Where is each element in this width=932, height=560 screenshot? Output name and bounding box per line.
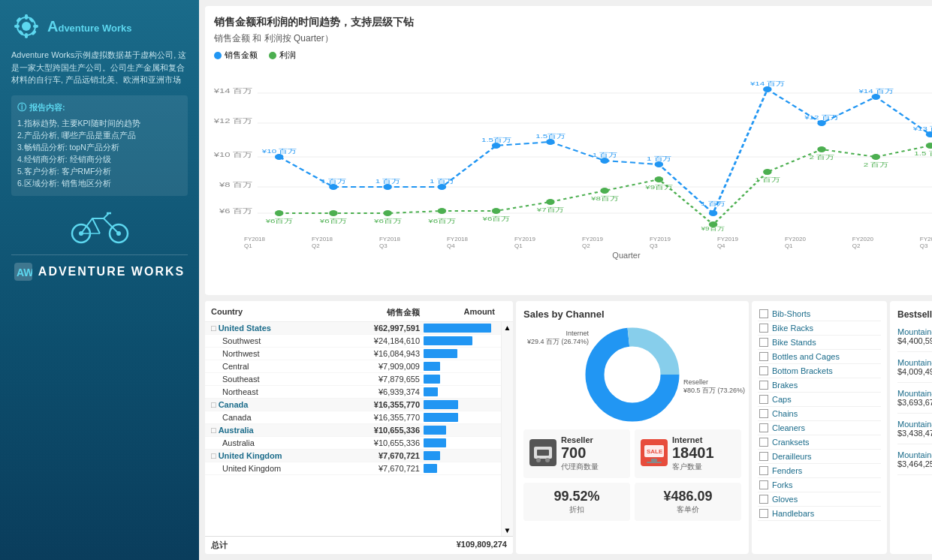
product-checkbox[interactable] bbox=[759, 509, 768, 518]
svg-rect-7 bbox=[31, 30, 37, 36]
product-list-item[interactable]: Derailleurs bbox=[758, 450, 881, 464]
table-row[interactable]: United Kingdom ¥7,670,721 bbox=[205, 462, 501, 475]
product-checkbox[interactable] bbox=[759, 352, 768, 361]
svg-text:¥10 百万: ¥10 百万 bbox=[214, 151, 252, 158]
bar bbox=[424, 324, 491, 333]
table-row[interactable]: □ United Kingdom ¥7,670,721 bbox=[205, 450, 501, 462]
product-checkbox[interactable] bbox=[759, 381, 768, 390]
svg-text:¥6百万: ¥6百万 bbox=[481, 215, 509, 222]
product-list-item[interactable]: Cleaners bbox=[758, 421, 881, 435]
x-axis-title: Quarter bbox=[214, 251, 932, 260]
bar bbox=[424, 375, 440, 384]
profit-dot bbox=[269, 52, 276, 59]
product-list-item[interactable]: Fenders bbox=[758, 464, 881, 478]
svg-text:¥12 百万: ¥12 百万 bbox=[214, 117, 252, 125]
bestsell-item[interactable]: Mountain-200 Silver, 42$3,438,479 bbox=[897, 420, 932, 444]
svg-point-69 bbox=[926, 143, 932, 149]
table-row[interactable]: Northeast ¥6,939,374 bbox=[205, 386, 501, 399]
svg-text:¥7百万: ¥7百万 bbox=[536, 206, 564, 213]
report-item: 6.区域分析: 销售地区分析 bbox=[17, 178, 182, 190]
svg-point-60 bbox=[438, 208, 447, 214]
region-sales: ¥6,939,374 bbox=[345, 387, 420, 396]
product-list-item[interactable]: Forks bbox=[758, 478, 881, 492]
product-list-item[interactable]: Bottles and Cages bbox=[758, 350, 881, 364]
product-list-item[interactable]: Cranksets bbox=[758, 435, 881, 450]
bestsell-item[interactable]: Mountain-200 Black, 42$4,009,495 bbox=[897, 358, 932, 383]
svg-point-36 bbox=[546, 139, 555, 145]
channel-title: Sales by Channel bbox=[523, 309, 741, 320]
svg-point-38 bbox=[655, 161, 664, 167]
product-name: Cranksets bbox=[772, 438, 810, 447]
table-row[interactable]: Australia ¥10,655,336 bbox=[205, 437, 501, 450]
bike-icon bbox=[70, 207, 130, 245]
chart-inner-title: 销售金额 和 利润按 Quarter） bbox=[214, 32, 932, 45]
table-row[interactable]: Canada ¥16,355,770 bbox=[205, 411, 501, 424]
table-row[interactable]: □ Australia ¥10,655,336 bbox=[205, 424, 501, 437]
table-scroll[interactable]: □ United States ¥62,997,591 Southwest ¥2… bbox=[205, 322, 501, 509]
product-checkbox[interactable] bbox=[759, 466, 768, 475]
scroll-up-button[interactable]: ▲ bbox=[502, 322, 513, 333]
table-row[interactable]: □ United States ¥62,997,591 bbox=[205, 322, 501, 335]
product-list-item[interactable]: Bottom Brackets bbox=[758, 364, 881, 378]
avg-order-card: ¥486.09 客单价 bbox=[635, 483, 741, 521]
product-list-item[interactable]: Bike Racks bbox=[758, 321, 881, 336]
svg-point-66 bbox=[763, 169, 772, 175]
product-list-item[interactable]: Chains bbox=[758, 407, 881, 421]
product-checkbox[interactable] bbox=[759, 395, 768, 404]
svg-text:2 百万: 2 百万 bbox=[864, 161, 888, 168]
scroll-down-button[interactable]: ▼ bbox=[502, 525, 513, 536]
product-list-item[interactable]: Bib-Shorts bbox=[758, 307, 881, 321]
discount-card: 99.52% 折扣 bbox=[523, 483, 630, 521]
table-row[interactable]: Northwest ¥16,084,943 bbox=[205, 348, 501, 360]
svg-point-57 bbox=[275, 210, 284, 216]
bar-cell bbox=[420, 400, 495, 409]
svg-point-85 bbox=[605, 347, 660, 402]
product-list-item[interactable]: Bike Stands bbox=[758, 336, 881, 350]
svg-text:¥10 百万: ¥10 百万 bbox=[261, 148, 297, 155]
chart-container: 1.5 百万 1.0 百万 0.5 百万 ¥14 百万 ¥12 百万 ¥10 百… bbox=[214, 67, 932, 232]
bestsell-product-name: Mountain-200 Black, 38 bbox=[897, 327, 932, 336]
svg-point-62 bbox=[546, 199, 555, 205]
product-checkbox[interactable] bbox=[759, 309, 768, 318]
scrollbar[interactable]: ▲ ▼ bbox=[501, 322, 513, 536]
bestsell-item[interactable]: Mountain-200 Silver, 46$3,464,25 bbox=[897, 450, 932, 475]
product-checkbox[interactable] bbox=[759, 409, 768, 418]
bestsell-panel: BestsellSales（TOP5） Mountain-200 Black, … bbox=[890, 301, 932, 554]
product-checkbox[interactable] bbox=[759, 480, 768, 489]
svg-text:¥6百万: ¥6百万 bbox=[373, 218, 401, 224]
product-checkbox[interactable] bbox=[759, 452, 768, 461]
svg-point-89 bbox=[536, 458, 541, 462]
region-name: Southwest bbox=[211, 336, 345, 345]
svg-text:¥9百万: ¥9百万 bbox=[644, 184, 672, 191]
bar-cell bbox=[420, 375, 495, 384]
product-name: Bottles and Cages bbox=[772, 352, 840, 361]
product-checkbox[interactable] bbox=[759, 324, 768, 333]
product-list-item[interactable]: Caps bbox=[758, 393, 881, 407]
product-checkbox[interactable] bbox=[759, 366, 768, 375]
report-item: 2.产品分析, 哪些产品是重点产品 bbox=[17, 130, 182, 142]
discount-desc: 折扣 bbox=[529, 504, 624, 515]
table-row[interactable]: Southeast ¥7,879,655 bbox=[205, 373, 501, 386]
table-row[interactable]: □ Canada ¥16,355,770 bbox=[205, 399, 501, 411]
svg-point-59 bbox=[383, 210, 392, 216]
product-list-item[interactable]: Brakes bbox=[758, 378, 881, 393]
svg-text:1.5 百万: 1.5 百万 bbox=[914, 150, 932, 157]
bestsell-item[interactable]: Mountain-200 Black, 38$4,400,593 bbox=[897, 327, 932, 352]
product-checkbox[interactable] bbox=[759, 338, 768, 347]
bestsell-item[interactable]: Mountain-200 Silver, 38$3,693,678 bbox=[897, 389, 932, 414]
product-list-item[interactable]: Gloves bbox=[758, 492, 881, 507]
product-name: Derailleurs bbox=[772, 452, 812, 461]
legend-profit: 利润 bbox=[269, 50, 296, 61]
product-list-item[interactable]: Handlebars bbox=[758, 507, 881, 521]
table-row[interactable]: Southwest ¥24,184,610 bbox=[205, 335, 501, 348]
product-checkbox[interactable] bbox=[759, 423, 768, 432]
donut-area: Internet ¥29.4 百万 (26.74%) Reseller ¥80.… bbox=[523, 326, 741, 423]
table-row[interactable]: Central ¥7,909,009 bbox=[205, 360, 501, 373]
product-checkbox[interactable] bbox=[759, 495, 768, 504]
product-checkbox[interactable] bbox=[759, 438, 768, 447]
avg-order-desc: 客单价 bbox=[641, 504, 735, 515]
center-panel: 销售金额和利润的时间趋势，支持层级下钻 点此选择一个时间点查看 销售金额 和 利… bbox=[199, 0, 932, 560]
svg-point-41 bbox=[817, 120, 826, 126]
bar bbox=[424, 438, 446, 447]
channel-panel: Sales by Channel Internet ¥29.4 百万 (26.7… bbox=[516, 301, 749, 554]
